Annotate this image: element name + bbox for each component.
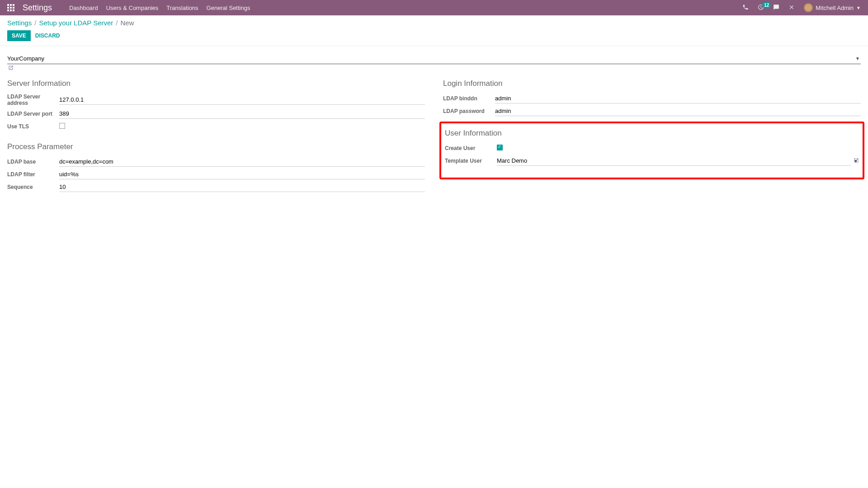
label-ldap-address: LDAP Server address	[7, 94, 59, 106]
label-create-user: Create User	[445, 145, 497, 151]
external-link-icon[interactable]	[854, 158, 859, 164]
discard-button[interactable]: Discard	[35, 33, 60, 39]
label-sequence: Sequence	[7, 184, 59, 190]
label-ldap-port: LDAP Server port	[7, 111, 59, 117]
nav-menu: Dashboard Users & Companies Translations…	[69, 5, 250, 11]
login-information-section: Login Information LDAP binddn LDAP passw…	[443, 79, 861, 116]
avatar	[804, 3, 813, 12]
user-menu[interactable]: Mitchell Admin ▼	[804, 3, 861, 12]
form-sheet: ▼ Server Information LDAP Server address…	[0, 46, 868, 221]
highlight-annotation: User Information Create User Template Us…	[439, 122, 864, 179]
nav-dashboard[interactable]: Dashboard	[69, 5, 98, 11]
user-information-section: User Information Create User Template Us…	[445, 129, 859, 166]
label-ldap-filter: LDAP filter	[7, 171, 59, 178]
section-title-user: User Information	[445, 129, 859, 138]
activity-icon[interactable]: 12	[758, 4, 764, 12]
user-name: Mitchell Admin	[816, 5, 854, 11]
external-link-icon[interactable]	[7, 64, 14, 73]
ldap-password-input[interactable]	[495, 106, 861, 116]
messages-icon[interactable]	[773, 4, 779, 12]
ldap-binddn-input[interactable]	[495, 94, 861, 103]
process-parameter-section: Process Parameter LDAP base LDAP filter …	[7, 142, 425, 192]
close-icon[interactable]	[788, 4, 795, 12]
label-ldap-base: LDAP base	[7, 159, 59, 165]
nav-users-companies[interactable]: Users & Companies	[106, 5, 159, 11]
template-user-input[interactable]	[497, 156, 851, 166]
label-use-tls: Use TLS	[7, 123, 59, 130]
breadcrumb: Settings / Setup your LDAP Server / New	[7, 19, 861, 27]
nav-translations[interactable]: Translations	[166, 5, 198, 11]
use-tls-checkbox[interactable]	[59, 123, 65, 129]
section-title-server: Server Information	[7, 79, 425, 88]
nav-general-settings[interactable]: General Settings	[207, 5, 250, 11]
sequence-input[interactable]	[59, 182, 425, 192]
app-title: Settings	[23, 3, 52, 13]
breadcrumb-current: New	[121, 19, 134, 27]
server-information-section: Server Information LDAP Server address L…	[7, 79, 425, 131]
company-input[interactable]	[7, 53, 861, 64]
section-title-login: Login Information	[443, 79, 861, 88]
activity-badge: 12	[762, 2, 771, 8]
top-navbar: Settings Dashboard Users & Companies Tra…	[0, 0, 868, 15]
ldap-address-input[interactable]	[59, 95, 425, 105]
ldap-base-input[interactable]	[59, 157, 425, 167]
breadcrumb-ldap[interactable]: Setup your LDAP Server	[39, 19, 113, 27]
ldap-port-input[interactable]	[59, 109, 425, 119]
save-button[interactable]: Save	[7, 30, 31, 41]
create-user-checkbox[interactable]	[497, 145, 503, 150]
label-ldap-binddn: LDAP binddn	[443, 95, 495, 102]
caret-down-icon: ▼	[856, 5, 861, 10]
label-template-user: Template User	[445, 158, 497, 164]
apps-icon[interactable]	[7, 4, 14, 11]
breadcrumb-settings[interactable]: Settings	[7, 19, 32, 27]
control-panel: Settings / Setup your LDAP Server / New …	[0, 15, 868, 46]
ldap-filter-input[interactable]	[59, 169, 425, 179]
section-title-process: Process Parameter	[7, 142, 425, 151]
label-ldap-password: LDAP password	[443, 108, 495, 114]
phone-icon[interactable]	[742, 4, 749, 12]
